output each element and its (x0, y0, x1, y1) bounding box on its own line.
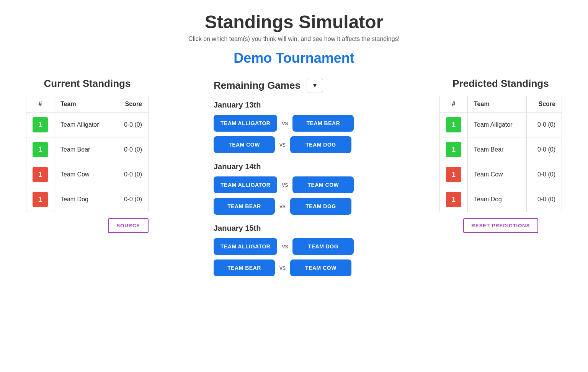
vs-label: vs (282, 181, 288, 188)
rank-cell: 1 (440, 187, 468, 212)
team-button[interactable]: TEAM ALLIGATOR (214, 238, 277, 255)
team-button[interactable]: TEAM COW (214, 136, 275, 153)
team-score: 0-0 (0) (113, 113, 148, 137)
col-rank: # (26, 96, 54, 113)
game-row: TEAM ALLIGATORvsTEAM DOG (214, 238, 374, 255)
table-row: 1 Team Alligator 0-0 (0) (26, 113, 149, 137)
team-button[interactable]: TEAM BEAR (292, 115, 354, 132)
team-button[interactable]: TEAM ALLIGATOR (214, 176, 277, 193)
rank-cell: 1 (440, 113, 468, 137)
game-row: TEAM BEARvsTEAM DOG (214, 198, 374, 215)
vs-label: vs (282, 243, 288, 250)
rank-badge: 1 (33, 117, 48, 132)
game-day: January 15thTEAM ALLIGATORvsTEAM DOGTEAM… (214, 224, 374, 276)
team-score: 0-0 (0) (113, 187, 148, 212)
team-name: Team Bear (54, 137, 113, 162)
table-row: 1 Team Bear 0-0 (0) (440, 137, 562, 162)
table-row: 1 Team Cow 0-0 (0) (440, 162, 562, 187)
rank-badge: 1 (446, 142, 461, 157)
rank-badge: 1 (446, 167, 461, 182)
team-name: Team Alligator (54, 113, 113, 137)
game-day: January 13thTEAM ALLIGATORvsTEAM BEARTEA… (214, 101, 374, 153)
current-standings-panel: Current Standings # Team Score 1 Team Al… (26, 78, 149, 233)
current-standings-title: Current Standings (26, 78, 149, 90)
predicted-standings-title: Predicted Standings (439, 78, 562, 90)
team-button[interactable]: TEAM COW (292, 176, 354, 193)
rank-badge: 1 (446, 117, 461, 132)
team-name: Team Dog (468, 187, 527, 212)
team-button[interactable]: TEAM COW (290, 259, 351, 276)
source-button[interactable]: SOURCE (108, 218, 149, 233)
rank-cell: 1 (26, 113, 54, 137)
date-label: January 15th (214, 224, 374, 233)
rank-cell: 1 (26, 137, 54, 162)
remaining-games-panel: Remaining Games ▾ January 13thTEAM ALLIG… (214, 78, 374, 286)
table-row: 1 Team Bear 0-0 (0) (26, 137, 149, 162)
team-name: Team Cow (54, 162, 113, 187)
predicted-standings-panel: Predicted Standings # Team Score 1 Team … (439, 78, 562, 233)
vs-label: vs (282, 120, 288, 127)
rank-badge: 1 (33, 167, 48, 182)
rank-cell: 1 (26, 187, 54, 212)
col-rank-pred: # (440, 96, 468, 113)
vs-label: vs (279, 264, 286, 271)
rank-badge: 1 (33, 192, 48, 207)
team-name: Team Cow (468, 162, 527, 187)
rank-badge: 1 (446, 192, 461, 207)
team-button[interactable]: TEAM DOG (290, 198, 351, 215)
dropdown-button[interactable]: ▾ (307, 78, 323, 93)
rank-cell: 1 (440, 137, 468, 162)
reset-predictions-button[interactable]: RESET PREDICTIONS (463, 218, 539, 233)
team-score: 0-0 (0) (526, 137, 562, 162)
col-score-pred: Score (526, 96, 562, 113)
game-row: TEAM BEARvsTEAM COW (214, 259, 374, 276)
remaining-games-title: Remaining Games (214, 80, 301, 91)
game-day: January 14thTEAM ALLIGATORvsTEAM COWTEAM… (214, 162, 374, 215)
table-row: 1 Team Cow 0-0 (0) (26, 162, 149, 187)
table-row: 1 Team Alligator 0-0 (0) (440, 113, 562, 137)
team-name: Team Bear (468, 137, 527, 162)
game-row: TEAM COWvsTEAM DOG (214, 136, 374, 153)
rank-cell: 1 (440, 162, 468, 187)
date-label: January 14th (214, 162, 374, 171)
tournament-title: Demo Tournament (8, 50, 580, 66)
team-button[interactable]: TEAM BEAR (214, 198, 275, 215)
col-team-pred: Team (468, 96, 527, 113)
page-subtitle: Click on which team(s) you think will wi… (8, 36, 580, 42)
game-row: TEAM ALLIGATORvsTEAM BEAR (214, 115, 374, 132)
predicted-standings-table: # Team Score 1 Team Alligator 0-0 (0) 1 … (439, 96, 562, 212)
rank-badge: 1 (33, 142, 48, 157)
col-score: Score (113, 96, 148, 113)
rank-cell: 1 (26, 162, 54, 187)
team-name: Team Dog (54, 187, 113, 212)
game-row: TEAM ALLIGATORvsTEAM COW (214, 176, 374, 193)
team-score: 0-0 (0) (113, 137, 148, 162)
table-row: 1 Team Dog 0-0 (0) (26, 187, 149, 212)
team-score: 0-0 (0) (113, 162, 148, 187)
vs-label: vs (279, 203, 286, 210)
team-score: 0-0 (0) (526, 162, 562, 187)
table-row: 1 Team Dog 0-0 (0) (440, 187, 562, 212)
team-score: 0-0 (0) (526, 113, 562, 137)
team-button[interactable]: TEAM DOG (290, 136, 351, 153)
team-button[interactable]: TEAM BEAR (214, 259, 275, 276)
team-button[interactable]: TEAM DOG (292, 238, 354, 255)
current-standings-table: # Team Score 1 Team Alligator 0-0 (0) 1 … (26, 96, 149, 212)
team-button[interactable]: TEAM ALLIGATOR (214, 115, 277, 132)
team-name: Team Alligator (468, 113, 527, 137)
date-label: January 13th (214, 101, 374, 109)
page-title: Standings Simulator (8, 11, 580, 33)
col-team: Team (54, 96, 113, 113)
team-score: 0-0 (0) (526, 187, 562, 212)
vs-label: vs (279, 141, 286, 148)
